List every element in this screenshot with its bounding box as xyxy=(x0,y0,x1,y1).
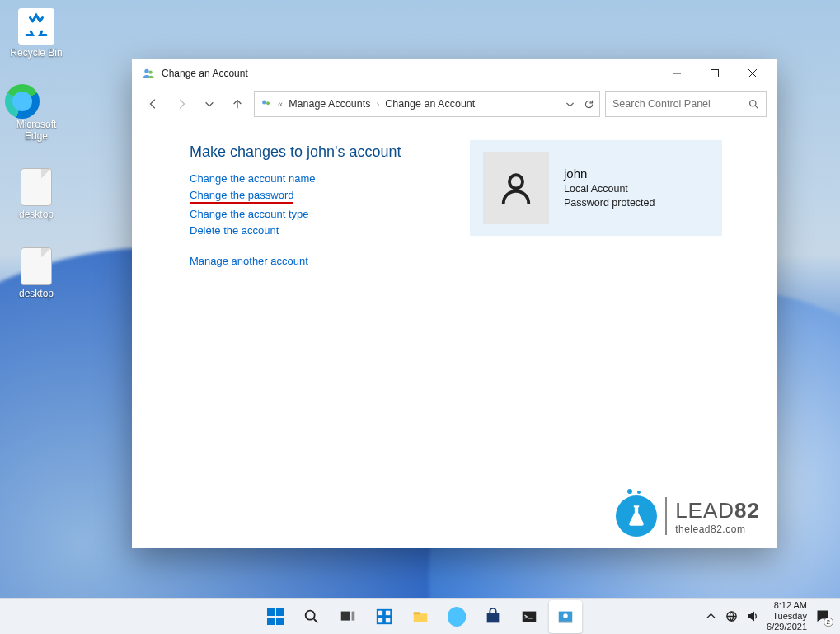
taskbar-terminal[interactable] xyxy=(513,600,546,633)
svg-point-6 xyxy=(509,175,523,188)
avatar xyxy=(483,152,549,224)
svg-point-4 xyxy=(266,101,270,105)
clock[interactable]: 8:12 AM Tuesday 6/29/2021 xyxy=(767,600,807,633)
svg-rect-15 xyxy=(486,613,499,622)
search-input[interactable] xyxy=(612,98,748,110)
link-delete-account[interactable]: Delete the account xyxy=(190,224,279,237)
svg-point-7 xyxy=(305,610,314,619)
window-title: Change an Account xyxy=(162,68,248,79)
svg-rect-13 xyxy=(384,617,390,622)
svg-rect-14 xyxy=(413,612,420,614)
svg-point-18 xyxy=(563,613,568,618)
system-tray: 8:12 AM Tuesday 6/29/2021 2 xyxy=(705,600,840,633)
taskbar-edge[interactable] xyxy=(440,600,473,633)
user-line1: Local Account xyxy=(564,182,655,196)
clock-time: 8:12 AM xyxy=(767,600,807,611)
svg-rect-19 xyxy=(558,621,572,622)
taskbar-explorer[interactable] xyxy=(404,600,437,633)
clock-date: 6/29/2021 xyxy=(767,622,807,632)
taskbar-center xyxy=(259,600,582,633)
svg-rect-11 xyxy=(384,609,390,615)
chevron-right-icon: › xyxy=(377,99,380,109)
desktop-icon-file2[interactable]: desktop xyxy=(5,247,68,299)
start-button[interactable] xyxy=(259,600,292,633)
control-panel-window: Change an Account « Manage Accounts › Ch… xyxy=(132,59,777,548)
desktop-icon-label: Recycle Bin xyxy=(5,47,68,59)
chevron-down-icon[interactable] xyxy=(565,99,575,110)
svg-point-0 xyxy=(144,69,148,73)
users-icon xyxy=(260,98,272,110)
desktop-icon-label: Microsoft Edge xyxy=(5,119,68,142)
svg-rect-8 xyxy=(340,611,350,620)
breadcrumb-prefix: « xyxy=(278,99,283,109)
link-manage-another[interactable]: Manage another account xyxy=(190,255,308,267)
address-bar[interactable]: « Manage Accounts › Change an Account xyxy=(254,91,600,117)
network-icon[interactable] xyxy=(725,610,738,622)
notifications-button[interactable]: 2 xyxy=(815,608,832,625)
taskbar-control-panel[interactable] xyxy=(549,600,582,633)
watermark-url: thelead82.com xyxy=(675,524,760,535)
taskbar: 8:12 AM Tuesday 6/29/2021 2 xyxy=(0,598,840,634)
link-change-name[interactable]: Change the account name xyxy=(190,172,316,185)
search-box[interactable] xyxy=(605,91,767,117)
file-icon xyxy=(21,168,52,206)
watermark: LEAD82 thelead82.com xyxy=(616,495,760,537)
recycle-icon xyxy=(18,8,54,45)
taskbar-search[interactable] xyxy=(295,600,328,633)
taskbar-taskview[interactable] xyxy=(331,600,364,633)
close-button[interactable] xyxy=(734,61,772,86)
svg-rect-16 xyxy=(522,611,536,622)
maximize-button[interactable] xyxy=(696,61,734,86)
link-change-password[interactable]: Change the password xyxy=(190,189,293,204)
flask-icon xyxy=(616,495,657,537)
taskbar-widgets[interactable] xyxy=(368,600,401,633)
back-button[interactable] xyxy=(142,92,165,115)
desktop-icon-file1[interactable]: desktop xyxy=(5,168,68,220)
breadcrumb-manage[interactable]: Manage Accounts xyxy=(289,98,370,110)
users-icon xyxy=(142,67,155,80)
svg-point-5 xyxy=(750,100,756,106)
window-body: Make changes to john's account Change th… xyxy=(132,120,777,548)
edge-icon xyxy=(5,84,40,119)
clock-day: Tuesday xyxy=(767,611,807,622)
tray-chevron-icon[interactable] xyxy=(705,610,717,622)
desktop-icon-label: desktop xyxy=(5,209,68,220)
link-change-type[interactable]: Change the account type xyxy=(190,208,309,220)
watermark-brand: LEAD82 xyxy=(675,498,760,524)
user-name: john xyxy=(564,167,655,181)
forward-button[interactable] xyxy=(170,92,193,115)
file-icon xyxy=(21,247,52,285)
titlebar[interactable]: Change an Account xyxy=(132,59,777,87)
minimize-button[interactable] xyxy=(658,61,696,86)
desktop-icon-edge[interactable]: Microsoft Edge xyxy=(5,84,68,142)
svg-rect-10 xyxy=(377,609,382,615)
svg-rect-12 xyxy=(377,617,382,622)
breadcrumb-change[interactable]: Change an Account xyxy=(385,98,475,110)
user-info: john Local Account Password protected xyxy=(564,167,655,210)
svg-point-1 xyxy=(149,71,153,74)
nav-row: « Manage Accounts › Change an Account xyxy=(132,87,777,120)
user-line2: Password protected xyxy=(564,196,655,210)
up-button[interactable] xyxy=(226,92,249,115)
svg-rect-2 xyxy=(711,70,719,77)
account-card: john Local Account Password protected xyxy=(470,140,722,236)
volume-icon[interactable] xyxy=(746,610,758,622)
svg-rect-9 xyxy=(351,611,354,620)
user-icon xyxy=(497,169,535,207)
search-icon xyxy=(748,99,759,110)
svg-point-3 xyxy=(262,100,266,104)
desktop-icon-label: desktop xyxy=(5,288,68,299)
desktop-icon-recycle[interactable]: Recycle Bin xyxy=(5,8,68,59)
taskbar-store[interactable] xyxy=(476,600,509,633)
refresh-icon[interactable] xyxy=(584,99,594,110)
recent-button[interactable] xyxy=(198,92,221,115)
notification-badge: 2 xyxy=(824,618,833,627)
